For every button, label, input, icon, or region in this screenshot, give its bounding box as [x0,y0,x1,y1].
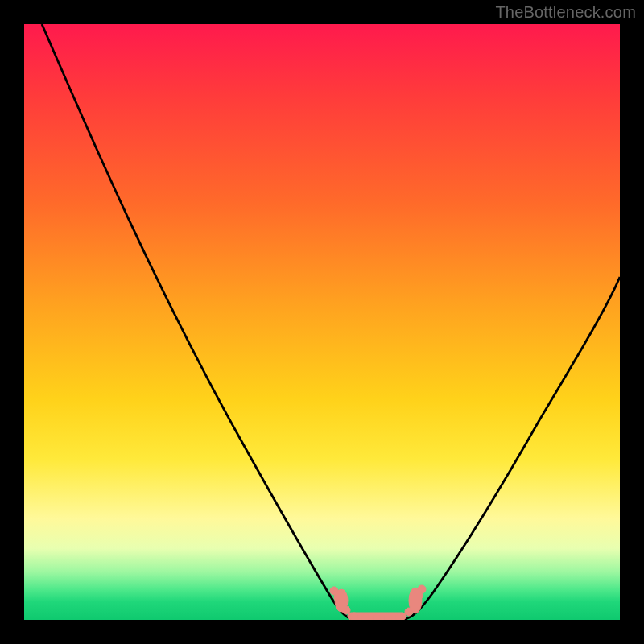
marker-cluster-right [405,585,426,616]
svg-point-4 [335,589,348,612]
svg-point-9 [384,614,392,620]
marker-trough [348,613,406,620]
left-curve [42,24,353,619]
svg-point-10 [395,613,403,620]
right-curve [404,277,620,619]
svg-point-6 [350,613,358,620]
svg-point-15 [409,588,422,613]
chart-frame: TheBottleneck.com [0,0,644,644]
curve-group [42,24,620,620]
plot-area [24,24,620,620]
svg-point-7 [361,613,369,620]
svg-point-8 [373,614,381,620]
bottleneck-curve-svg [24,24,620,620]
watermark-text: TheBottleneck.com [495,3,636,22]
